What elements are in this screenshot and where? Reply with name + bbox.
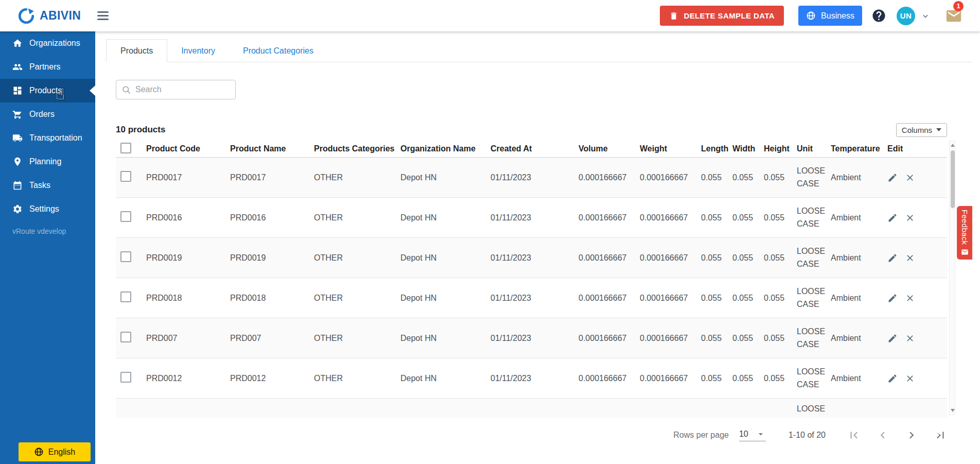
sidebar-item-label: Settings: [29, 204, 59, 214]
edit-row-icon[interactable]: [887, 373, 898, 384]
sidebar-item-organizations[interactable]: Organizations: [0, 31, 95, 55]
cell-width: 0.055: [732, 213, 764, 222]
notifications-button[interactable]: 1: [945, 7, 962, 25]
products-grid-icon: [12, 85, 23, 96]
first-page-button[interactable]: [847, 428, 861, 442]
cell-product-name: PRD0012: [230, 374, 314, 383]
sidebar-item-products[interactable]: Products: [0, 79, 95, 102]
cell-weight: 0.000166667: [640, 374, 701, 383]
help-button[interactable]: [871, 8, 886, 23]
cell-weight: 0.000166667: [640, 334, 701, 343]
rows-per-page-select[interactable]: 10: [739, 429, 766, 441]
delete-row-icon[interactable]: [905, 253, 915, 263]
row-checkbox[interactable]: [120, 332, 131, 342]
cell-organization-name: Depot HN: [400, 294, 491, 303]
edit-row-icon[interactable]: [887, 213, 898, 223]
home-icon: [12, 38, 23, 48]
cell-height: 0.055: [764, 374, 797, 383]
delete-row-icon[interactable]: [905, 293, 915, 303]
tab-inventory[interactable]: Inventory: [167, 39, 229, 62]
avatar[interactable]: UN: [897, 7, 915, 25]
cell-volume: 0.000166667: [579, 374, 640, 383]
cell-organization-name: Depot HN: [400, 374, 491, 383]
menu-toggle-icon[interactable]: [94, 8, 112, 23]
tab-product-categories[interactable]: Product Categories: [229, 39, 327, 62]
cell-created-at: 01/11/2023: [491, 294, 579, 303]
cell-temperature: Ambient: [831, 213, 887, 222]
sidebar-item-orders[interactable]: Orders: [0, 102, 95, 126]
cell-volume: 0.000166667: [579, 173, 640, 182]
delete-row-icon[interactable]: [905, 213, 915, 223]
cell-unit: LOOSE: [797, 399, 831, 416]
cell-volume: 0.000166667: [579, 334, 640, 343]
caret-down-icon: [936, 128, 941, 131]
sidebar-item-settings[interactable]: Settings: [0, 197, 95, 221]
row-checkbox[interactable]: [120, 211, 131, 222]
sidebar-item-label: Planning: [29, 157, 61, 166]
main-content: Products Inventory Product Categories 10…: [95, 31, 980, 464]
language-label: English: [48, 448, 75, 457]
col-header-created-at: Created At: [491, 144, 579, 153]
scroll-up-arrow-icon[interactable]: [951, 144, 955, 147]
col-header-product-code: Product Code: [146, 144, 230, 153]
edit-row-icon[interactable]: [887, 253, 898, 263]
col-header-weight: Weight: [640, 144, 701, 153]
row-checkbox[interactable]: [120, 251, 131, 262]
sidebar-item-label: Tasks: [29, 181, 50, 190]
topbar-actions: DELETE SAMPLE DATA Business UN 1: [660, 6, 980, 26]
delete-row-icon[interactable]: [905, 173, 915, 183]
cell-unit: LOOSE CASE: [797, 245, 831, 271]
sidebar-item-label: Organizations: [29, 39, 80, 48]
search-input[interactable]: [135, 85, 230, 94]
table-header-row: Product Code Product Name Products Categ…: [116, 141, 947, 158]
scrollbar-thumb[interactable]: [951, 150, 955, 208]
next-page-button[interactable]: [905, 428, 918, 442]
business-button[interactable]: Business: [798, 6, 862, 26]
sidebar-item-tasks[interactable]: Tasks: [0, 174, 95, 197]
cell-product-code: PRD007: [146, 334, 230, 343]
chevron-down-icon[interactable]: [920, 11, 931, 21]
columns-button[interactable]: Columns: [896, 123, 947, 137]
last-page-button[interactable]: [934, 428, 947, 442]
tab-products[interactable]: Products: [106, 39, 167, 62]
feedback-tab[interactable]: Feedback: [957, 206, 972, 260]
delete-row-icon[interactable]: [905, 333, 915, 343]
edit-row-icon[interactable]: [887, 173, 898, 183]
cell-temperature: Ambient: [831, 173, 887, 182]
language-button[interactable]: English: [19, 442, 91, 461]
delete-sample-data-button[interactable]: DELETE SAMPLE DATA: [660, 6, 784, 26]
col-header-unit: Unit: [797, 144, 831, 153]
table-row: PRD0016 PRD0016 OTHER Depot HN 01/11/202…: [116, 198, 947, 238]
table-row: PRD0017 PRD0017 OTHER Depot HN 01/11/202…: [116, 158, 947, 198]
notification-badge: 1: [953, 1, 964, 11]
cart-icon: [12, 109, 23, 119]
sidebar-item-partners[interactable]: Partners: [0, 55, 95, 79]
table-row: PRD0019 PRD0019 OTHER Depot HN 01/11/202…: [116, 238, 947, 278]
trash-icon: [669, 11, 678, 21]
cell-length: 0.055: [701, 294, 732, 303]
globe-icon: [34, 447, 44, 457]
cell-weight: 0.000166667: [640, 253, 701, 263]
sidebar-item-label: Partners: [29, 62, 60, 72]
select-all-checkbox[interactable]: [120, 143, 131, 153]
table-scrollbar[interactable]: [949, 141, 955, 415]
cell-unit: LOOSE CASE: [797, 205, 831, 231]
cell-created-at: 01/11/2023: [491, 253, 579, 263]
delete-row-icon[interactable]: [905, 373, 915, 384]
cell-organization-name: Depot HN: [400, 213, 491, 222]
cell-products-categories: OTHER: [314, 334, 400, 343]
scroll-down-arrow-icon[interactable]: [951, 409, 955, 412]
rows-per-page-label: Rows per page: [673, 431, 729, 440]
edit-row-icon[interactable]: [887, 293, 898, 303]
row-checkbox[interactable]: [120, 291, 131, 302]
col-header-volume: Volume: [579, 144, 640, 153]
cell-temperature: Ambient: [831, 253, 887, 263]
cell-unit: LOOSE CASE: [797, 325, 831, 351]
row-checkbox[interactable]: [120, 171, 131, 182]
row-checkbox[interactable]: [120, 372, 131, 383]
previous-page-button[interactable]: [876, 428, 889, 442]
sidebar-item-planning[interactable]: Planning: [0, 150, 95, 174]
sidebar-item-transportation[interactable]: Transportation: [0, 126, 95, 150]
edit-row-icon[interactable]: [887, 333, 898, 343]
gear-icon: [12, 204, 23, 214]
